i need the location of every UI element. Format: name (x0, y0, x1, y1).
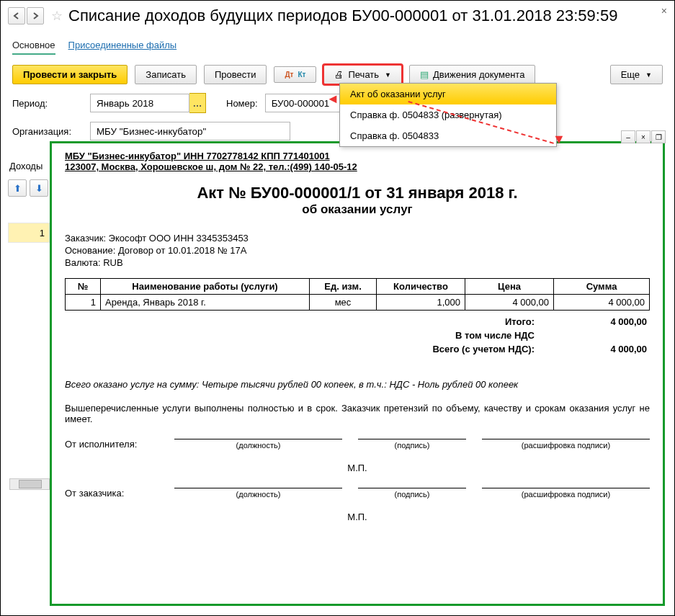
cell-num: 1 (66, 295, 101, 311)
sign-position: (должность) (174, 488, 342, 499)
panel-minimize-button[interactable]: – (621, 130, 635, 143)
act-currency: Валюта: RUB (65, 257, 650, 268)
period-input[interactable] (90, 94, 189, 112)
table-row-number[interactable]: 1 (8, 223, 50, 243)
total-value: 4 000,00 (553, 316, 647, 327)
more-button[interactable]: Еще ▼ (610, 65, 663, 84)
clause-text: Вышеперечисленные услуги выполнены полно… (65, 403, 650, 424)
period-picker-button[interactable]: … (189, 93, 206, 113)
cell-unit: мес (310, 295, 377, 311)
panel-restore-button[interactable]: ❐ (651, 130, 666, 143)
cell-price: 4 000,00 (465, 295, 554, 311)
annotation-arrow-icon: ▼ (553, 132, 566, 147)
sign-from-customer-label: От заказчика: (65, 488, 158, 499)
services-table: № Наименование работы (услуги) Ед. изм. … (65, 278, 650, 311)
panel-window-controls: – × ❐ (621, 130, 666, 143)
number-label: Номер: (226, 98, 258, 109)
row-up-button[interactable]: ⬆ (8, 179, 27, 197)
cell-name: Аренда, Январь 2018 г. (101, 295, 310, 311)
save-button[interactable]: Записать (135, 65, 197, 84)
col-unit: Ед. изм. (310, 279, 377, 295)
act-basis: Основание: Договор от 10.01.2018 № 17А (65, 245, 650, 256)
income-tab-label[interactable]: Доходы (9, 161, 43, 171)
grand-label: Всего (с учетом НДС): (432, 344, 535, 354)
tab-main[interactable]: Основное (12, 37, 55, 55)
tab-attachments[interactable]: Присоединенные файлы (68, 37, 177, 55)
nav-forward-button[interactable] (27, 7, 44, 24)
print-button-label: Печать (348, 69, 379, 80)
grand-value: 4 000,00 (553, 344, 647, 354)
sign-decipher: (расшифровка подписи) (482, 488, 650, 499)
chevron-down-icon: ▼ (645, 71, 652, 79)
close-window-button[interactable]: × (661, 5, 667, 17)
col-name: Наименование работы (услуги) (101, 279, 310, 295)
more-button-label: Еще (621, 69, 640, 80)
sign-from-executor-label: От исполнителя: (65, 439, 158, 450)
row-down-button[interactable]: ⬇ (30, 179, 48, 197)
sign-position: (должность) (174, 439, 342, 450)
horizontal-scrollbar[interactable] (9, 478, 50, 490)
total-label: Итого: (505, 316, 535, 327)
org-label: Организация: (12, 126, 83, 137)
print-dropdown-menu: Акт об оказании услуг Справка ф. 0504833… (339, 83, 557, 147)
movements-button-label: Движения документа (433, 69, 524, 80)
movements-button[interactable]: ▤ Движения документа (409, 65, 535, 84)
menu-item-act[interactable]: Акт об оказании услуг (340, 84, 556, 104)
menu-item-ref[interactable]: Справка ф. 0504833 (340, 125, 556, 146)
window-title: Списание доходов будущих периодов БУ00-0… (68, 6, 617, 25)
col-qty: Количество (377, 279, 465, 295)
period-label: Период: (12, 98, 83, 109)
cell-sum: 4 000,00 (554, 295, 650, 311)
sign-decipher: (расшифровка подписи) (482, 439, 650, 450)
sign-signature: (подпись) (358, 488, 466, 499)
act-subtitle: об оказании услуг (65, 202, 650, 217)
vat-label: В том числе НДС (455, 330, 535, 341)
stamp-place-1: М.П. (65, 463, 650, 473)
annotation-arrow-icon: ◄ (326, 91, 339, 107)
act-customer: Заказчик: Экософт ООО ИНН 3345353453 (65, 233, 650, 244)
org-header-line1: МБУ "Бизнес-инкубатор" ИНН 7702778142 КП… (65, 151, 650, 161)
post-button[interactable]: Провести (204, 65, 267, 84)
panel-close-button[interactable]: × (636, 130, 651, 143)
printer-icon: 🖨 (334, 69, 344, 80)
cell-qty: 1,000 (377, 295, 465, 311)
col-sum: Сумма (554, 279, 650, 295)
favorite-star-icon[interactable]: ☆ (51, 8, 63, 24)
nav-back-button[interactable] (8, 7, 25, 24)
act-document-panel: МБУ "Бизнес-инкубатор" ИНН 7702778142 КП… (50, 141, 665, 606)
act-title: Акт № БУ00-000001/1 от 31 января 2018 г. (65, 184, 650, 202)
org-input[interactable] (90, 122, 290, 140)
scrollbar-thumb[interactable] (19, 480, 42, 488)
col-num: № (66, 279, 101, 295)
org-header-line2: 123007, Москва, Хорошевское ш, дом № 22,… (65, 161, 650, 172)
stamp-place-2: М.П. (65, 512, 650, 522)
vat-value (553, 330, 647, 341)
sum-in-words: Всего оказано услуг на сумму: Четыре тыс… (65, 379, 650, 390)
chevron-down-icon: ▼ (385, 71, 391, 79)
col-price: Цена (465, 279, 554, 295)
document-icon: ▤ (420, 69, 429, 80)
sign-signature: (подпись) (358, 439, 466, 450)
dtkt-button[interactable]: ДтКт (274, 66, 316, 83)
menu-item-ref-expand[interactable]: Справка ф. 0504833 (развернутая) (340, 104, 556, 125)
table-row: 1 Аренда, Январь 2018 г. мес 1,000 4 000… (66, 295, 650, 311)
print-button[interactable]: 🖨 Печать ▼ (323, 65, 402, 84)
post-and-close-button[interactable]: Провести и закрыть (12, 65, 128, 84)
